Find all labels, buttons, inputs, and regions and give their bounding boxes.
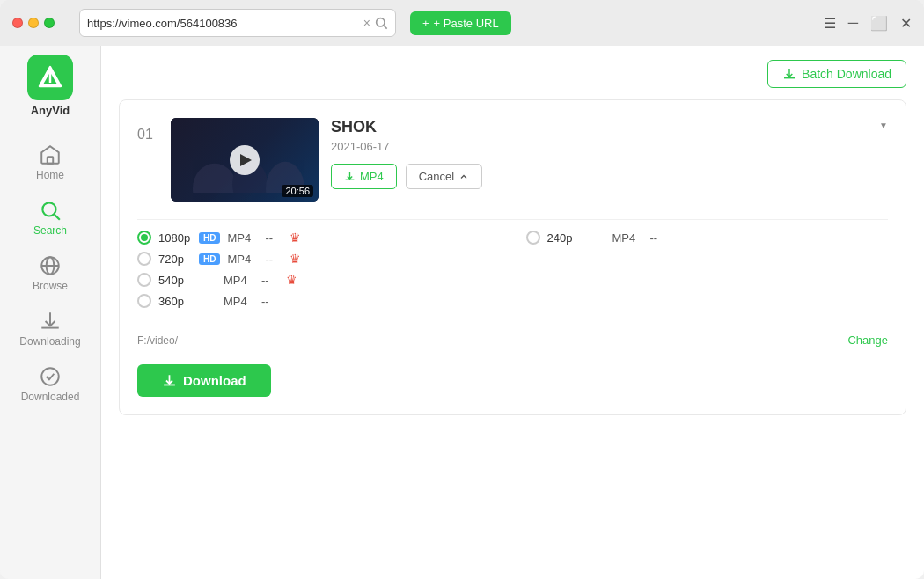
quality-row-540p[interactable]: 540p MP4 -- ♛: [137, 269, 500, 290]
paste-url-label: + Paste URL: [434, 17, 499, 30]
quality-grid: 1080p HD MP4 -- ♛ 720p HD MP4 --: [137, 219, 888, 326]
paste-url-button[interactable]: + + Paste URL: [410, 11, 511, 35]
hd-badge-720p: HD: [199, 253, 220, 265]
download-button[interactable]: Download: [137, 364, 271, 397]
close-button[interactable]: [12, 18, 23, 28]
video-duration: 20:56: [282, 185, 313, 197]
quality-1080p-label: 1080p: [158, 231, 192, 245]
video-title: SHOK: [331, 118, 863, 136]
logo-icon: [27, 55, 73, 100]
size-240p: --: [650, 231, 668, 245]
format-540p: MP4: [224, 274, 254, 287]
format-360p: MP4: [224, 295, 254, 308]
hd-badge-1080p: HD: [199, 232, 220, 244]
svg-rect-6: [48, 157, 54, 164]
svg-line-8: [55, 215, 60, 220]
clear-url-icon[interactable]: ×: [363, 16, 370, 30]
content-header: Batch Download: [101, 46, 924, 95]
size-720p: --: [265, 253, 282, 266]
radio-720p[interactable]: [137, 252, 151, 266]
quality-right-column: 240p MP4 --: [526, 227, 889, 311]
mp4-button[interactable]: MP4: [331, 164, 397, 189]
sidebar-item-downloading[interactable]: Downloading: [0, 301, 100, 356]
quality-row-240p[interactable]: 240p MP4 --: [526, 227, 889, 248]
quality-360p-label: 360p: [158, 295, 192, 308]
logo-label: AnyVid: [31, 104, 70, 117]
sidebar-item-browse[interactable]: Browse: [0, 246, 100, 301]
radio-540p[interactable]: [137, 273, 151, 287]
quality-240p-label: 240p: [547, 231, 581, 245]
content-body: 01 20:56 SHOK 2021-: [101, 95, 924, 579]
window-controls: ☰ ─ ⬜ ✕: [824, 15, 912, 32]
crown-icon-1080p: ♛: [290, 231, 301, 245]
quality-row-1080p[interactable]: 1080p HD MP4 -- ♛: [137, 227, 500, 248]
app-body: AnyVid Home Search Browse: [0, 46, 924, 579]
size-540p: --: [261, 274, 279, 287]
sidebar-item-search[interactable]: Search: [0, 190, 100, 246]
video-date: 2021-06-17: [331, 140, 863, 153]
minimize-icon[interactable]: ─: [848, 15, 858, 31]
file-path-text: F:/video/: [137, 334, 847, 347]
svg-point-7: [42, 202, 55, 216]
quality-row-360p[interactable]: 360p MP4 --: [137, 290, 500, 311]
search-icon: [374, 16, 388, 30]
url-text: https://vimeo.com/564100836: [87, 17, 363, 30]
video-actions: MP4 Cancel: [331, 164, 863, 189]
dropdown-arrow[interactable]: ▼: [879, 121, 888, 130]
radio-1080p[interactable]: [137, 231, 151, 245]
crown-icon-720p: ♛: [290, 252, 301, 266]
svg-point-13: [193, 164, 237, 193]
quality-row-720p[interactable]: 720p HD MP4 -- ♛: [137, 248, 500, 269]
sidebar-item-search-label: Search: [33, 224, 67, 237]
format-240p: MP4: [612, 231, 643, 245]
cancel-button[interactable]: Cancel: [406, 164, 482, 189]
sidebar-item-home[interactable]: Home: [0, 135, 100, 190]
svg-point-0: [377, 18, 385, 26]
sidebar-item-home-label: Home: [36, 169, 64, 181]
file-path-row: F:/video/ Change: [137, 326, 888, 354]
svg-line-1: [384, 26, 387, 29]
sidebar-item-downloading-label: Downloading: [19, 335, 80, 348]
video-header: 01 20:56 SHOK 2021-: [137, 118, 888, 202]
download-label: Download: [183, 373, 246, 388]
radio-240p[interactable]: [526, 231, 540, 245]
video-thumbnail[interactable]: 20:56: [171, 118, 319, 202]
batch-download-button[interactable]: Batch Download: [767, 60, 906, 88]
paste-url-plus: +: [422, 17, 429, 30]
format-1080p: MP4: [227, 231, 258, 245]
url-bar[interactable]: https://vimeo.com/564100836 ×: [79, 9, 396, 37]
sidebar-item-browse-label: Browse: [33, 280, 68, 292]
play-button[interactable]: [230, 145, 260, 175]
change-path-button[interactable]: Change: [847, 333, 888, 347]
quality-720p-label: 720p: [158, 253, 192, 266]
logo-area: AnyVid: [27, 55, 73, 117]
video-number: 01: [137, 127, 158, 143]
quality-540p-label: 540p: [158, 274, 192, 287]
traffic-lights: [12, 18, 55, 28]
format-720p: MP4: [227, 253, 258, 266]
video-info: SHOK 2021-06-17 MP4 Cancel: [331, 118, 863, 189]
crown-icon-540p: ♛: [286, 273, 297, 287]
maximize-button[interactable]: [44, 18, 55, 28]
title-bar: https://vimeo.com/564100836 × + + Paste …: [0, 0, 924, 46]
size-360p: --: [261, 295, 279, 308]
batch-download-label: Batch Download: [802, 67, 891, 81]
content-area: Batch Download 01: [101, 46, 924, 579]
cancel-label: Cancel: [419, 170, 454, 183]
close-win-icon[interactable]: ✕: [900, 15, 912, 32]
sidebar-item-downloaded[interactable]: Downloaded: [0, 356, 100, 412]
radio-360p[interactable]: [137, 294, 151, 308]
size-1080p: --: [265, 231, 282, 245]
sidebar-item-downloaded-label: Downloaded: [21, 391, 80, 403]
menu-icon[interactable]: ☰: [824, 15, 836, 32]
restore-icon[interactable]: ⬜: [870, 15, 888, 32]
quality-left-column: 1080p HD MP4 -- ♛ 720p HD MP4 --: [137, 227, 500, 311]
svg-point-12: [41, 368, 59, 385]
video-card: 01 20:56 SHOK 2021-: [119, 99, 906, 415]
minimize-button[interactable]: [28, 18, 39, 28]
sidebar: AnyVid Home Search Browse: [0, 46, 101, 579]
mp4-label: MP4: [360, 170, 384, 183]
